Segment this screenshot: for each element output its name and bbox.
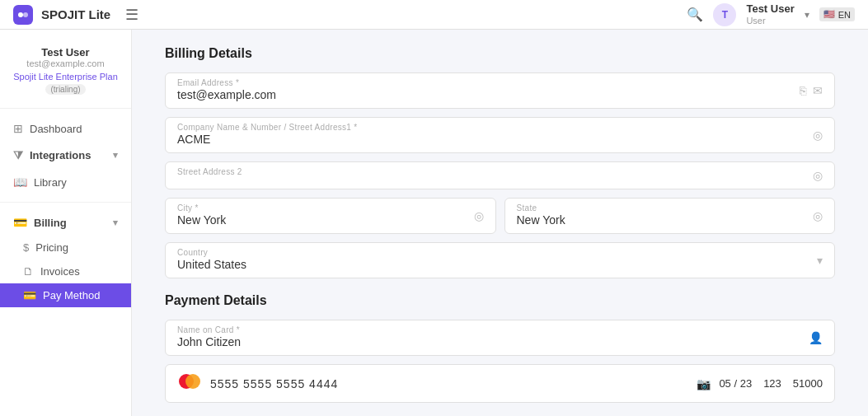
svg-point-1 [23, 12, 28, 17]
app-title: SPOJIT Lite [41, 7, 110, 21]
language-label: EN [838, 10, 851, 20]
country-select[interactable]: United States Canada United Kingdom [177, 250, 817, 271]
street2-field-wrapper: Street Address 2 ◎ [165, 161, 835, 189]
email-icons: ⎘ ✉ [800, 84, 823, 97]
country-field-wrapper: Country United States Canada United King… [165, 242, 835, 278]
billing-chevron: ▾ [113, 217, 118, 228]
topbar-left: SPOJIT Lite ☰ [13, 5, 138, 25]
integrations-icon: ⧩ [13, 148, 23, 162]
card-form-group: 5555 5555 5555 4444 📷 05 / 23 123 51000 [165, 364, 835, 403]
company-field-wrapper: Company Name & Number / Street Address1 … [165, 117, 835, 153]
invoices-icon: 🗋 [23, 265, 34, 278]
street2-label: Street Address 2 [177, 167, 242, 176]
city-value: New York [177, 205, 474, 227]
sidebar: Test User test@example.com Spojit Lite E… [0, 30, 132, 416]
copy-icon[interactable]: ⎘ [800, 84, 806, 97]
card-brand-icon [177, 373, 202, 394]
billing-icon: 💳 [13, 216, 27, 229]
user-role: User [746, 16, 794, 26]
street2-locate-icon[interactable]: ◎ [813, 169, 823, 182]
language-selector[interactable]: 🇺🇸 EN [819, 7, 855, 21]
person-icon[interactable]: 👤 [809, 331, 823, 344]
email-label: Email Address * [177, 78, 239, 87]
svg-point-3 [185, 374, 200, 389]
city-locate-icon[interactable]: ◎ [474, 209, 484, 222]
state-form-group: State New York ◎ [504, 198, 836, 234]
city-form-group: City * New York ◎ [165, 198, 496, 234]
email-field-wrapper: Email Address * test@example.com ⎘ ✉ [165, 72, 835, 109]
card-meta: 05 / 23 123 51000 [719, 377, 823, 390]
name-on-card-form-group: Name on Card * John Citizen 👤 [165, 320, 835, 356]
user-info: Test User User [746, 2, 794, 26]
main-content: Billing Details Email Address * test@exa… [132, 30, 868, 416]
pay-method-icon: 💳 [23, 289, 36, 301]
state-field-wrapper: State New York ◎ [504, 198, 836, 234]
dashboard-icon: ⊞ [13, 122, 23, 135]
integrations-label: Integrations [30, 149, 91, 161]
street2-value [177, 171, 813, 180]
state-locate-icon[interactable]: ◎ [813, 209, 823, 222]
email-icon[interactable]: ✉ [813, 84, 823, 97]
card-number: 5555 5555 5555 4444 [210, 377, 688, 390]
search-icon[interactable]: 🔍 [687, 7, 703, 22]
payment-details-title: Payment Details [165, 293, 835, 308]
state-label: State [517, 203, 537, 213]
card-expiry: 05 / 23 [719, 377, 752, 390]
sidebar-user-section: Test User test@example.com Spojit Lite E… [0, 40, 131, 109]
topbar: SPOJIT Lite ☰ 🔍 T Test User User ▾ 🇺🇸 EN [0, 0, 868, 30]
camera-icon[interactable]: 📷 [697, 377, 711, 390]
city-field-wrapper: City * New York ◎ [165, 198, 496, 234]
company-label: Company Name & Number / Street Address1 … [177, 123, 358, 132]
name-on-card-label: Name on Card * [177, 325, 240, 334]
company-icons: ◎ [813, 129, 823, 142]
card-cvc: 123 [763, 377, 781, 390]
sidebar-email: test@example.com [13, 58, 118, 68]
country-form-group: Country United States Canada United King… [165, 242, 835, 278]
city-state-row: City * New York ◎ State New York ◎ [165, 198, 835, 242]
sidebar-username: Test User [13, 46, 118, 58]
country-chevron-icon[interactable]: ▾ [817, 254, 823, 267]
sidebar-item-dashboard-label: Dashboard [30, 123, 82, 135]
name-on-card-value: John Citizen [177, 327, 809, 348]
state-value: New York [517, 205, 814, 227]
email-form-group: Email Address * test@example.com ⎘ ✉ [165, 72, 835, 109]
user-name: Test User [746, 2, 794, 16]
billing-details-title: Billing Details [165, 46, 835, 61]
billing-label: Billing [34, 217, 67, 229]
hamburger-button[interactable]: ☰ [125, 6, 138, 24]
integrations-chevron: ▾ [113, 150, 118, 161]
payment-details-section: Payment Details Name on Card * John Citi… [165, 293, 835, 416]
country-label: Country [177, 248, 208, 257]
sidebar-item-pricing[interactable]: $ Pricing [0, 236, 131, 259]
street2-icons: ◎ [813, 169, 823, 182]
sidebar-billing-header[interactable]: 💳 Billing ▾ [0, 209, 131, 236]
library-icon: 📖 [13, 175, 27, 189]
flag-icon: 🇺🇸 [823, 9, 835, 20]
card-zip: 51000 [793, 377, 823, 390]
sidebar-item-invoices[interactable]: 🗋 Invoices [0, 259, 131, 283]
card-row: 5555 5555 5555 4444 📷 05 / 23 123 51000 [165, 364, 835, 403]
company-form-group: Company Name & Number / Street Address1 … [165, 117, 835, 153]
name-on-card-field-wrapper: Name on Card * John Citizen 👤 [165, 320, 835, 356]
invoices-label: Invoices [40, 265, 80, 278]
city-label: City * [177, 203, 199, 213]
svg-point-0 [18, 12, 23, 17]
sidebar-nav: ⊞ Dashboard ⧩ Integrations ▾ 📖 Library 💳… [0, 115, 131, 307]
avatar: T [713, 3, 736, 26]
sidebar-item-dashboard[interactable]: ⊞ Dashboard [0, 115, 131, 142]
sidebar-item-integrations[interactable]: ⧩ Integrations ▾ [0, 142, 131, 169]
pricing-label: Pricing [35, 241, 68, 254]
logo-icon [13, 5, 33, 25]
sidebar-item-pay-method[interactable]: 💳 Pay Method [0, 283, 131, 307]
user-menu-chevron[interactable]: ▾ [805, 9, 809, 21]
library-label: Library [34, 176, 67, 189]
company-locate-icon[interactable]: ◎ [813, 129, 823, 142]
street2-form-group: Street Address 2 ◎ [165, 161, 835, 189]
topbar-right: 🔍 T Test User User ▾ 🇺🇸 EN [687, 2, 855, 26]
pay-method-label: Pay Method [43, 289, 100, 301]
email-value: test@example.com [177, 80, 800, 101]
sidebar-plan: Spojit Lite Enterprise Plan [13, 72, 118, 82]
pricing-icon: $ [23, 241, 29, 254]
sidebar-item-library[interactable]: 📖 Library [0, 169, 131, 195]
billing-details-section: Billing Details Email Address * test@exa… [165, 46, 835, 278]
